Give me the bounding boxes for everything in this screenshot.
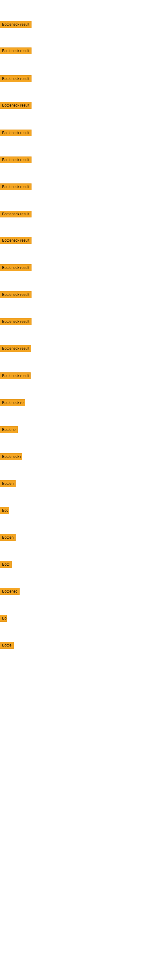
bottleneck-badge-4[interactable]: Bottleneck result — [0, 102, 32, 109]
bottleneck-badge-5[interactable]: Bottleneck result — [0, 130, 32, 136]
bottleneck-badge-1[interactable]: Bottleneck result — [0, 21, 32, 28]
bottleneck-badge-16[interactable]: Bottlene — [0, 426, 18, 433]
bottleneck-item-3: Bottleneck result — [0, 75, 32, 83]
bottleneck-item-4: Bottleneck result — [0, 102, 32, 110]
bottleneck-badge-10[interactable]: Bottleneck result — [0, 264, 32, 271]
site-header — [0, 0, 153, 4]
bottleneck-badge-24[interactable]: Bottle — [0, 642, 14, 649]
bottleneck-badge-14[interactable]: Bottleneck result — [0, 372, 30, 379]
bottleneck-item-23: Bo — [0, 615, 7, 623]
bottleneck-badge-11[interactable]: Bottleneck result — [0, 291, 32, 298]
bottleneck-item-7: Bottleneck result — [0, 183, 32, 191]
bottleneck-badge-13[interactable]: Bottleneck result — [0, 345, 31, 352]
bottleneck-item-1: Bottleneck result — [0, 21, 32, 29]
bottleneck-badge-21[interactable]: Bottl — [0, 561, 12, 568]
bottleneck-badge-22[interactable]: Bottlenec — [0, 588, 19, 595]
bottleneck-item-9: Bottleneck result — [0, 237, 32, 245]
bottleneck-badge-19[interactable]: Bot — [0, 507, 9, 514]
bottleneck-badge-18[interactable]: Bottlen — [0, 480, 16, 487]
bottleneck-badge-3[interactable]: Bottleneck result — [0, 75, 32, 82]
bottleneck-badge-15[interactable]: Bottleneck re — [0, 399, 25, 406]
bottleneck-item-18: Bottlen — [0, 480, 16, 488]
bottleneck-item-21: Bottl — [0, 561, 12, 569]
bottleneck-badge-23[interactable]: Bo — [0, 615, 7, 622]
bottleneck-item-17: Bottleneck r — [0, 453, 22, 461]
bottleneck-badge-12[interactable]: Bottleneck result — [0, 318, 32, 325]
bottleneck-item-10: Bottleneck result — [0, 264, 32, 272]
bottleneck-item-22: Bottlenec — [0, 588, 19, 596]
bottleneck-badge-9[interactable]: Bottleneck result — [0, 237, 32, 244]
bottleneck-item-20: Bottlen — [0, 534, 16, 542]
bottleneck-badge-7[interactable]: Bottleneck result — [0, 183, 32, 190]
bottleneck-item-15: Bottleneck re — [0, 399, 25, 407]
bottleneck-item-19: Bot — [0, 507, 9, 515]
bottleneck-item-11: Bottleneck result — [0, 291, 32, 299]
bottleneck-item-2: Bottleneck result — [0, 48, 32, 56]
bottleneck-badge-8[interactable]: Bottleneck result — [0, 211, 32, 218]
bottleneck-item-8: Bottleneck result — [0, 211, 32, 219]
bottleneck-item-12: Bottleneck result — [0, 318, 32, 326]
bottleneck-item-6: Bottleneck result — [0, 156, 32, 164]
bottleneck-badge-20[interactable]: Bottlen — [0, 534, 16, 541]
bottleneck-item-16: Bottlene — [0, 426, 18, 434]
bottleneck-item-24: Bottle — [0, 642, 14, 650]
bottleneck-item-5: Bottleneck result — [0, 130, 32, 137]
bottleneck-item-13: Bottleneck result — [0, 345, 31, 353]
bottleneck-badge-6[interactable]: Bottleneck result — [0, 156, 32, 163]
bottleneck-badge-2[interactable]: Bottleneck result — [0, 48, 32, 54]
bottleneck-badge-17[interactable]: Bottleneck r — [0, 453, 22, 460]
bottleneck-item-14: Bottleneck result — [0, 372, 30, 380]
